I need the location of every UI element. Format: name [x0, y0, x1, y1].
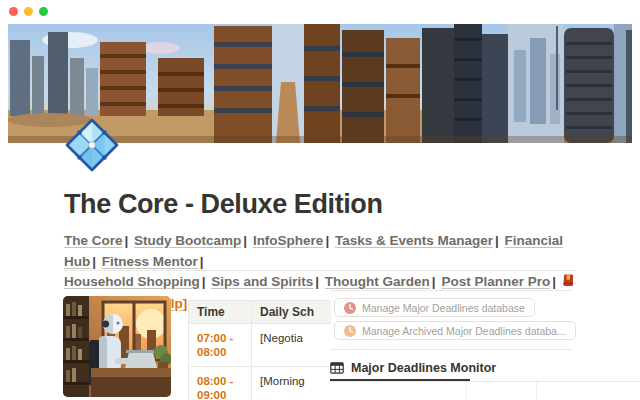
- column-header-daily-schedule[interactable]: Daily Sch: [252, 301, 331, 324]
- nav-link-fitness-mentor[interactable]: Fitness Mentor: [102, 254, 198, 269]
- nav-separator: |: [323, 233, 331, 248]
- nav-link-post-planner-pro[interactable]: Post Planner Pro: [441, 274, 550, 289]
- time-cell[interactable]: 07:00 - 08:00: [189, 324, 252, 367]
- monitor-table-column-divider: [466, 382, 467, 400]
- nav-link-infosphere[interactable]: InfoSphere: [253, 233, 324, 248]
- nav-separator: |: [198, 254, 206, 269]
- tab-label: Major Deadlines Monitor: [351, 361, 496, 375]
- manage-archived-deadlines-button[interactable]: Manage Archived Major Deadlines databa..…: [334, 321, 576, 340]
- nav-link-thought-garden[interactable]: Thought Garden: [325, 274, 430, 289]
- table-row: 08:00 - 09:00 [Morning: [189, 367, 331, 400]
- right-column-divider-bottom: [330, 349, 572, 350]
- window-controls: [9, 7, 48, 16]
- button-label: Manage Major Deadlines database: [362, 302, 525, 314]
- tab-major-deadlines-monitor[interactable]: Major Deadlines Monitor: [330, 361, 496, 375]
- table-header-row: Time Daily Sch: [189, 301, 331, 324]
- minimize-button[interactable]: [24, 7, 33, 16]
- close-button[interactable]: [9, 7, 18, 16]
- clock-orange-icon: [344, 325, 356, 337]
- time-cell[interactable]: 08:00 - 09:00: [189, 367, 252, 400]
- zoom-button[interactable]: [39, 7, 48, 16]
- daily-schedule-table: Time Daily Sch 07:00 - 08:00 [Negotia 08…: [188, 300, 331, 400]
- nav-separator: |: [430, 274, 438, 289]
- nav-link-the-core[interactable]: The Core: [64, 233, 123, 248]
- diamond-gem-icon: [64, 117, 120, 173]
- clock-red-icon: [344, 302, 356, 314]
- nav-separator: |: [313, 274, 321, 289]
- nav-link-sips-and-spirits[interactable]: Sips and Spirits: [211, 274, 313, 289]
- activity-cell[interactable]: [Negotia: [252, 324, 331, 367]
- robot-desk-image: [63, 296, 171, 397]
- nav-separator: |: [90, 254, 98, 269]
- nav-separator: |: [550, 274, 558, 289]
- nav-link-household-shopping[interactable]: Household Shopping: [64, 274, 200, 289]
- column-header-time[interactable]: Time: [189, 301, 252, 324]
- manage-deadlines-button[interactable]: Manage Major Deadlines database: [334, 298, 535, 317]
- table-grid-icon: [330, 362, 344, 374]
- tab-baseline: [330, 381, 640, 382]
- notion-app-window: { "window_controls": { "close_color": "#…: [0, 0, 640, 400]
- page-icon-diamond-gem[interactable]: [64, 117, 120, 173]
- activity-cell[interactable]: [Morning: [252, 367, 331, 400]
- page-title: The Core - Deluxe Edition: [64, 189, 383, 220]
- nav-separator: |: [493, 233, 501, 248]
- nav-separator: |: [241, 233, 249, 248]
- nav-link-study-bootcamp[interactable]: Study Bootcamp: [134, 233, 241, 248]
- nav-link-tasks-events-manager[interactable]: Tasks & Events Manager: [335, 233, 493, 248]
- monitor-table-column-divider: [536, 382, 537, 400]
- right-column-divider-top: [330, 290, 572, 291]
- table-row: 07:00 - 08:00 [Negotia: [189, 324, 331, 367]
- robot-illustration: [63, 296, 171, 397]
- nav-separator: |: [123, 233, 131, 248]
- section-divider: [64, 270, 576, 271]
- button-label: Manage Archived Major Deadlines databa..…: [362, 325, 566, 337]
- nav-separator: |: [200, 274, 208, 289]
